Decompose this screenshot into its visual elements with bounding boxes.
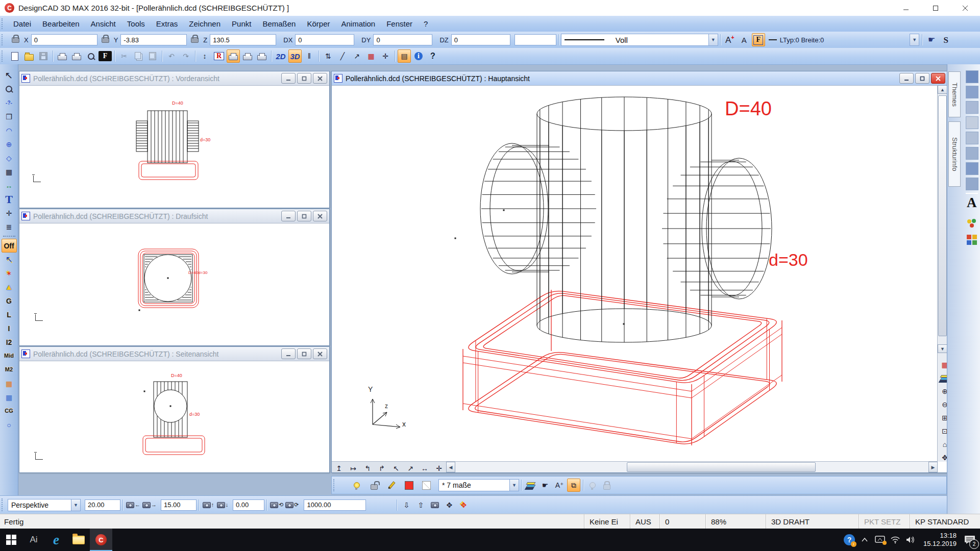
status-kp-standard[interactable]: KP STANDARD <box>910 514 980 529</box>
menu-bemassen[interactable]: Bemaßen <box>257 19 301 28</box>
camera-icon[interactable] <box>428 498 442 512</box>
minimize-button[interactable] <box>891 0 921 16</box>
intersect-snap-button[interactable]: I <box>2 321 17 335</box>
scroll-left-icon[interactable]: ◀ <box>446 462 455 472</box>
hatch-tool[interactable]: ▦ <box>2 165 17 179</box>
palette-icon[interactable] <box>966 217 978 230</box>
vertical-scrollbar[interactable]: ▲ ▼ ▦⊕⊖⊞⊡⌂✥ <box>937 85 947 462</box>
camera-down-icon[interactable]: ↓ <box>216 498 229 512</box>
tray-chevron-icon[interactable] <box>857 529 872 551</box>
menu-zeichnen[interactable]: Zeichnen <box>183 19 226 28</box>
plot-window-icon[interactable] <box>255 49 268 63</box>
zoom-tool[interactable] <box>2 82 17 96</box>
menu-hilfe[interactable]: ? <box>418 19 433 28</box>
mode-2d-button[interactable]: 2D <box>274 49 287 63</box>
help-tray-icon[interactable]: ? i <box>842 529 857 551</box>
chevron-down-icon[interactable]: ▼ <box>910 34 919 46</box>
midpoint2-snap-button[interactable]: M2 <box>2 363 17 377</box>
panel-swatch[interactable] <box>966 86 978 98</box>
status-render-mode[interactable]: 3D DRAHT <box>766 514 859 529</box>
minimize-button[interactable] <box>899 73 914 84</box>
view-turn-left-icon[interactable]: ↰ <box>361 462 374 475</box>
scroll-thumb[interactable] <box>938 95 947 336</box>
vorderansicht-canvas[interactable]: D=40 d=30 <box>19 86 328 207</box>
view-pan-icon[interactable]: ↔ <box>418 462 431 475</box>
text-size-button[interactable]: A <box>738 33 751 46</box>
ltyp-combo[interactable]: ▼ <box>829 34 920 46</box>
taskbar-edge-icon[interactable]: e <box>45 529 67 551</box>
workspace-icon[interactable] <box>966 234 978 246</box>
roll-input[interactable]: 0.00 <box>233 499 264 511</box>
font-style-button[interactable]: F <box>752 33 765 46</box>
y-input[interactable]: -3.83 <box>120 34 187 45</box>
ortho-arrows-icon[interactable]: ⇅ <box>322 49 335 63</box>
close-icon[interactable] <box>313 73 327 84</box>
seitenansicht-title-bar[interactable]: Pollerähnlich.dcd (SCHREIBGESCHÜTZT) : S… <box>19 347 329 361</box>
view-ne-icon[interactable]: ↗ <box>404 462 417 475</box>
text-a-icon[interactable]: A <box>967 195 977 211</box>
cg-snap-button[interactable]: CG <box>2 404 17 418</box>
camera-up-icon[interactable]: ↑ <box>202 498 215 512</box>
pull-up-icon[interactable]: ⇧ <box>414 498 427 512</box>
menu-animation[interactable]: Animation <box>336 19 381 28</box>
line-icon[interactable]: ╱ <box>336 49 349 63</box>
close-icon[interactable] <box>313 211 327 221</box>
scroll-track[interactable] <box>455 462 928 472</box>
gravity-snap-button[interactable]: G <box>2 294 17 308</box>
point-tool[interactable]: ✛ <box>2 206 17 220</box>
dimension-tool[interactable]: ↔ <box>2 179 17 192</box>
ellipse-snap-icon[interactable]: ○ <box>2 418 17 432</box>
polyline-icon[interactable]: ↗ <box>350 49 363 63</box>
scroll-right-icon[interactable]: ▶ <box>928 462 938 472</box>
toolbar-handle[interactable] <box>2 18 6 30</box>
all-locked-icon[interactable] <box>600 479 614 492</box>
polygon-tool[interactable]: ◇ <box>2 151 17 165</box>
layer-manager-icon[interactable] <box>524 479 537 492</box>
layer-edit-icon[interactable] <box>385 479 398 492</box>
minimize-button[interactable] <box>281 73 296 84</box>
text-style-icon[interactable]: A⁺ <box>553 479 566 492</box>
panel-swatch[interactable] <box>966 162 978 175</box>
push-down-icon[interactable]: ⇩ <box>400 498 413 512</box>
cut-icon[interactable]: ✂ <box>117 49 131 63</box>
snap-grid-icon[interactable]: ▦ <box>364 49 378 63</box>
menu-extras[interactable]: Extras <box>151 19 184 28</box>
pointer-hand-icon[interactable]: ☛ <box>925 33 938 46</box>
panel-swatch[interactable] <box>966 116 978 129</box>
grid-snap-icon[interactable]: ▦ <box>2 377 17 390</box>
view-center-icon[interactable]: ✛ <box>432 462 446 475</box>
snap-off-button[interactable]: Off <box>2 239 17 253</box>
status-zoom[interactable]: 88% <box>705 514 766 529</box>
info-button[interactable]: i <box>412 49 425 63</box>
z-lock-icon[interactable] <box>191 37 199 43</box>
chevron-down-icon[interactable]: ▼ <box>71 499 80 511</box>
z-input[interactable]: 130.5 <box>210 34 276 45</box>
menu-bearbeiten[interactable]: Bearbeiten <box>37 19 85 28</box>
panel-swatch[interactable] <box>966 101 978 114</box>
panel-swatch[interactable] <box>966 132 978 144</box>
x-lock-icon[interactable] <box>12 37 19 43</box>
mode-3d-button[interactable]: 3D <box>288 49 302 63</box>
chevron-down-icon[interactable]: ▼ <box>708 34 718 45</box>
view-mode-combo[interactable]: Perspektive ▼ <box>8 499 81 511</box>
camera-right-icon[interactable]: → <box>142 498 157 512</box>
text-tool[interactable]: T <box>2 192 17 206</box>
plot-icon[interactable] <box>241 49 254 63</box>
layer-visible-icon[interactable] <box>350 479 363 492</box>
restore-button[interactable] <box>297 73 311 84</box>
draufsicht-canvas[interactable]: D=40d=30 <box>19 223 328 345</box>
layer-table-button[interactable]: ▤ <box>398 49 411 63</box>
print-drawing-icon[interactable] <box>227 49 240 63</box>
minimize-button[interactable] <box>281 211 296 221</box>
linestyle-swatch[interactable] <box>420 479 433 492</box>
print-icon[interactable] <box>56 49 69 63</box>
solids-tool[interactable]: ❒ <box>2 110 17 123</box>
toolbar-handle[interactable] <box>2 51 6 62</box>
taskbar-app2-icon[interactable]: Ai <box>22 529 45 551</box>
menu-tools[interactable]: Tools <box>121 19 151 28</box>
menu-koerper[interactable]: Körper <box>301 19 335 28</box>
crosshair-icon[interactable]: ✛ <box>379 49 392 63</box>
tab-themes[interactable]: Themes <box>948 71 961 117</box>
taskbar-clock[interactable]: 13:18 15.12.2019 <box>923 532 957 548</box>
panel-swatch[interactable] <box>966 147 978 160</box>
